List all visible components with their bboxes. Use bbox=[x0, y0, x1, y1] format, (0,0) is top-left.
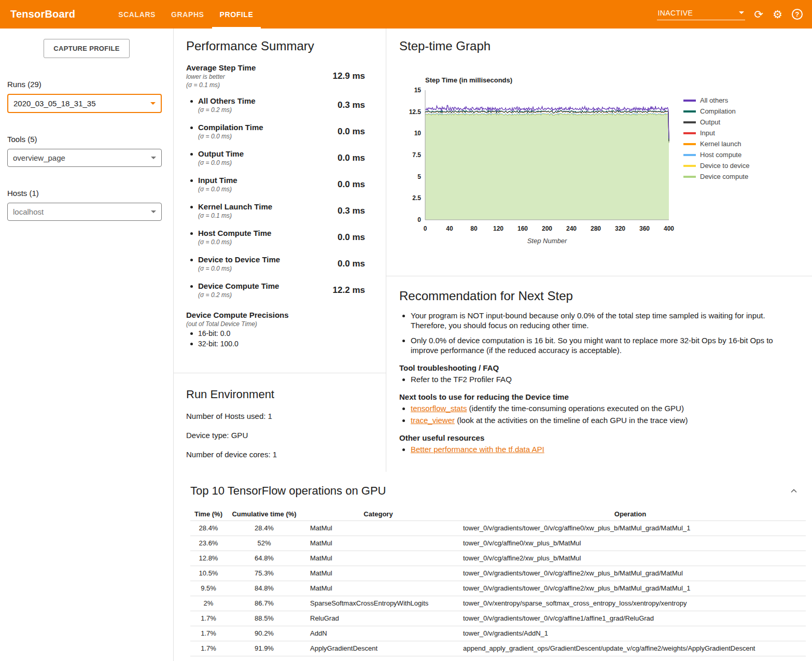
capture-profile-button[interactable]: CAPTURE PROFILE bbox=[44, 39, 129, 58]
legend-item-device-to-device: Device to device bbox=[683, 162, 749, 169]
legend-item-compilation: Compilation bbox=[683, 108, 749, 115]
env-line: Number of device cores: 1 bbox=[186, 450, 373, 459]
tensorflow-stats-link[interactable]: tensorflow_stats bbox=[411, 404, 467, 413]
performance-summary-section: Performance Summary Average Step Time lo… bbox=[174, 29, 386, 373]
dropdown-caret-icon bbox=[739, 11, 744, 14]
refresh-icon[interactable]: ⟳ bbox=[754, 9, 764, 20]
metric-label: Output Time bbox=[198, 149, 244, 159]
hosts-select-value: localhost bbox=[13, 207, 44, 216]
metric-label: Kernel Launch Time bbox=[198, 202, 272, 212]
metric-row: Compilation Time (σ = 0.0 ms) 0.0 ms bbox=[186, 118, 365, 145]
svg-text:40: 40 bbox=[446, 225, 453, 232]
metric-value: 12.9 ms bbox=[307, 71, 365, 81]
metric-value: 0.3 ms bbox=[307, 100, 365, 110]
faq-heading: Tool troubleshooting / FAQ bbox=[399, 363, 796, 372]
recommendation-title: Recommendation for Next Step bbox=[399, 289, 796, 303]
table-row: 9.5%84.8%MatMultower_0/v/gradients/tower… bbox=[190, 581, 806, 596]
legend-item-device-compute: Device compute bbox=[683, 173, 749, 180]
svg-text:120: 120 bbox=[493, 225, 503, 232]
metric-value: 0.0 ms bbox=[307, 259, 365, 269]
metric-sigma: (σ = 0.2 ms) bbox=[198, 106, 256, 114]
metric-label: All Others Time bbox=[198, 96, 256, 106]
sidebar: CAPTURE PROFILE Runs (29) 2020_03_05_18_… bbox=[0, 29, 173, 661]
runs-select-value: 2020_03_05_18_31_35 bbox=[13, 99, 96, 108]
table-row: 2%86.7%SparseSoftmaxCrossEntropyWithLogi… bbox=[190, 596, 806, 611]
svg-text:7.5: 7.5 bbox=[412, 151, 421, 159]
svg-text:2.5: 2.5 bbox=[412, 194, 421, 202]
resources-heading: Other useful resources bbox=[399, 433, 796, 442]
metric-sigma: (σ = 0.0 ms) bbox=[198, 238, 271, 246]
precision-item: 16-bit: 0.0 bbox=[186, 328, 365, 339]
tool-item: trace_viewer (look at the activities on … bbox=[411, 415, 796, 425]
table-row: 1.7%90.2%AddNtower_0/v/gradients/AddN_1 bbox=[190, 626, 806, 641]
tab-graphs[interactable]: GRAPHS bbox=[163, 0, 212, 29]
svg-text:Step Number: Step Number bbox=[527, 237, 567, 245]
legend-item-all-others: All others bbox=[683, 97, 749, 104]
metric-value: 0.3 ms bbox=[307, 206, 365, 216]
svg-text:0: 0 bbox=[424, 225, 427, 232]
step-time-graph-title: Step-time Graph bbox=[399, 39, 807, 53]
runs-select[interactable]: 2020_03_05_18_31_35 bbox=[7, 94, 162, 113]
metric-label: Compilation Time bbox=[198, 123, 263, 132]
dropdown-caret-icon bbox=[151, 157, 156, 159]
svg-text:5: 5 bbox=[417, 173, 421, 180]
recommendation-bullet: Your program is NOT input-bound because … bbox=[411, 311, 796, 330]
tab-profile[interactable]: PROFILE bbox=[212, 0, 261, 29]
svg-text:240: 240 bbox=[566, 225, 577, 232]
metric-row: Kernel Launch Time (σ = 0.1 ms) 0.3 ms bbox=[186, 198, 365, 224]
precision-item: 32-bit: 100.0 bbox=[186, 339, 365, 349]
hosts-label: Hosts (1) bbox=[7, 189, 173, 198]
tools-select-value: overview_page bbox=[13, 153, 65, 162]
svg-text:160: 160 bbox=[517, 225, 528, 232]
svg-text:200: 200 bbox=[542, 225, 552, 232]
metric-sigma: (σ = 0.1 ms) bbox=[198, 212, 272, 220]
col-header-time: Time (%) bbox=[190, 508, 227, 521]
legend-swatch bbox=[683, 121, 696, 123]
svg-text:10: 10 bbox=[414, 130, 422, 137]
chart-title: Step Time (in milliseconds) bbox=[425, 76, 676, 84]
metric-label: Input Time bbox=[198, 176, 237, 185]
step-time-chart: 02.557.51012.515040801201602002402803203… bbox=[399, 84, 676, 247]
legend-item-host-compute: Host compute bbox=[683, 151, 749, 158]
metric-row: Device Compute Time (σ = 0.2 ms) 12.2 ms bbox=[186, 277, 365, 303]
svg-text:280: 280 bbox=[591, 225, 601, 232]
app-header: TensorBoard SCALARS GRAPHS PROFILE INACT… bbox=[0, 0, 812, 29]
table-row: 23.6%52%MatMultower_0/v/cg/affine0/xw_pl… bbox=[190, 536, 806, 551]
bullet-icon bbox=[190, 232, 193, 235]
capture-status-select[interactable]: INACTIVE bbox=[657, 9, 745, 20]
help-icon[interactable]: ? bbox=[792, 9, 803, 20]
resource-item: Better performance with the tf.data API bbox=[411, 444, 796, 454]
metric-value: 0.0 ms bbox=[307, 126, 365, 137]
bullet-icon bbox=[190, 179, 193, 182]
trace-viewer-link[interactable]: trace_viewer bbox=[411, 416, 455, 425]
bullet-icon bbox=[190, 343, 193, 345]
svg-text:320: 320 bbox=[615, 225, 625, 232]
settings-gear-icon[interactable]: ⚙ bbox=[773, 9, 782, 20]
device-compute-precisions: Device Compute Precisions (out of Total … bbox=[186, 311, 365, 349]
tfdata-performance-link[interactable]: Better performance with the tf.data API bbox=[411, 445, 544, 454]
metric-value: 12.2 ms bbox=[307, 285, 365, 296]
bullet-icon bbox=[190, 206, 193, 208]
bullet-icon bbox=[190, 153, 193, 156]
col-header-operation: Operation bbox=[455, 508, 806, 521]
legend-item-output: Output bbox=[683, 119, 749, 125]
step-time-graph-section: Step-time Graph Step Time (in millisecon… bbox=[386, 29, 812, 276]
tools-select[interactable]: overview_page bbox=[7, 149, 162, 167]
collapse-section-button[interactable] bbox=[789, 486, 799, 497]
legend-swatch bbox=[683, 132, 696, 134]
nav-tabs: SCALARS GRAPHS PROFILE bbox=[110, 0, 261, 29]
precisions-note: (out of Total Device Time) bbox=[186, 320, 365, 328]
tool-description: (look at the activities on the timeline … bbox=[455, 416, 688, 425]
run-environment-title: Run Environment bbox=[186, 388, 373, 401]
metric-row: Output Time (σ = 0.0 ms) 0.0 ms bbox=[186, 145, 365, 171]
app-title: TensorBoard bbox=[10, 8, 75, 20]
tools-label: Tools (5) bbox=[7, 135, 173, 144]
chevron-up-icon bbox=[789, 486, 799, 496]
svg-text:80: 80 bbox=[470, 225, 478, 232]
dropdown-caret-icon bbox=[150, 102, 156, 105]
metric-row: Average Step Time lower is better (σ = 0… bbox=[186, 61, 365, 92]
table-row: 28.4%28.4%MatMultower_0/v/gradients/towe… bbox=[190, 521, 806, 536]
dropdown-caret-icon bbox=[151, 210, 156, 213]
tab-scalars[interactable]: SCALARS bbox=[110, 0, 163, 29]
hosts-select[interactable]: localhost bbox=[7, 203, 162, 221]
